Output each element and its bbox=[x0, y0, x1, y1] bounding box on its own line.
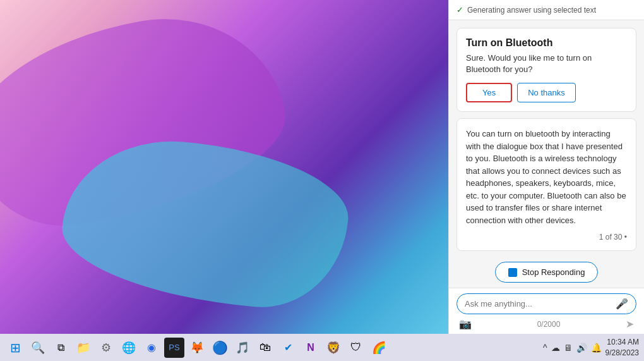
mic-icon[interactable]: 🎤 bbox=[616, 298, 628, 310]
no-thanks-button[interactable]: No thanks bbox=[517, 83, 576, 102]
taskbar-todo[interactable]: ✔ bbox=[278, 338, 298, 358]
taskbar-edge-dev[interactable]: ◉ bbox=[141, 338, 162, 358]
info-card: You can turn on bluetooth by interacting… bbox=[456, 118, 636, 251]
taskbar-right: ^ ☁ 🖥 🔊 🔔 10:34 AM 9/28/2023 bbox=[543, 337, 639, 358]
stop-responding-area: Stop Responding bbox=[449, 257, 644, 288]
taskbar-spotify[interactable]: 🎵 bbox=[232, 338, 253, 358]
tray-cloud[interactable]: ☁ bbox=[551, 343, 560, 353]
yes-button[interactable]: Yes bbox=[466, 83, 512, 102]
char-count: 0/2000 bbox=[537, 320, 561, 329]
taskbar: ⊞ 🔍 ⧉ 📁 ⚙ 🌐 ◉ PS 🦊 🔵 🎵 🛍 ✔ N 🦁 🛡 🌈 ^ ☁ 🖥… bbox=[0, 334, 644, 361]
stop-responding-button[interactable]: Stop Responding bbox=[495, 262, 599, 283]
clock-date: 9/28/2023 bbox=[605, 348, 639, 358]
tray-bell[interactable]: 🔔 bbox=[591, 343, 602, 353]
taskbar-settings[interactable]: ⚙ bbox=[96, 338, 116, 358]
taskbar-task-view[interactable]: ⧉ bbox=[51, 338, 71, 358]
camera-icon[interactable]: 📷 bbox=[459, 318, 472, 330]
bluetooth-buttons: Yes No thanks bbox=[466, 83, 627, 102]
system-tray: ^ ☁ 🖥 🔊 🔔 bbox=[543, 343, 602, 353]
clock[interactable]: 10:34 AM 9/28/2023 bbox=[605, 337, 639, 358]
tray-volume[interactable]: 🔊 bbox=[576, 343, 587, 353]
taskbar-brave[interactable]: 🦁 bbox=[323, 338, 343, 358]
taskbar-edge[interactable]: 🌐 bbox=[119, 338, 139, 358]
taskbar-left: ⊞ 🔍 ⧉ 📁 ⚙ 🌐 ◉ PS 🦊 🔵 🎵 🛍 ✔ N 🦁 🛡 🌈 bbox=[5, 338, 543, 358]
taskbar-onenote[interactable]: N bbox=[301, 338, 321, 358]
info-text: You can turn on bluetooth by interacting… bbox=[466, 128, 627, 226]
bluetooth-question: Sure. Would you like me to turn on Bluet… bbox=[466, 52, 627, 75]
taskbar-store[interactable]: 🛍 bbox=[255, 338, 275, 358]
bluetooth-title: Turn on Bluetooth bbox=[466, 37, 627, 49]
stop-responding-label: Stop Responding bbox=[522, 267, 585, 277]
taskbar-rainbow[interactable]: 🌈 bbox=[369, 338, 389, 358]
check-icon: ✓ bbox=[456, 5, 463, 15]
copilot-content: Turn on Bluetooth Sure. Would you like m… bbox=[449, 20, 644, 257]
taskbar-file-explorer[interactable]: 📁 bbox=[73, 338, 93, 358]
input-footer: 📷 0/2000 ➤ bbox=[456, 318, 636, 330]
ask-input[interactable] bbox=[465, 299, 616, 309]
tray-chevron[interactable]: ^ bbox=[543, 343, 547, 353]
send-icon[interactable]: ➤ bbox=[626, 318, 634, 330]
generating-status: Generating answer using selected text bbox=[467, 6, 596, 15]
clock-time: 10:34 AM bbox=[605, 337, 639, 348]
taskbar-windows-start[interactable]: ⊞ bbox=[5, 338, 25, 358]
taskbar-mcafee[interactable]: 🛡 bbox=[346, 338, 366, 358]
input-row: 🎤 bbox=[456, 293, 636, 314]
input-area: 🎤 📷 0/2000 ➤ bbox=[449, 288, 644, 334]
copilot-header: ✓ Generating answer using selected text bbox=[449, 0, 644, 20]
tray-network[interactable]: 🖥 bbox=[564, 343, 573, 353]
taskbar-search[interactable]: 🔍 bbox=[28, 338, 48, 358]
desktop-background bbox=[0, 0, 448, 334]
info-page-indicator: 1 of 30 • bbox=[466, 233, 627, 242]
taskbar-firefox[interactable]: 🦊 bbox=[187, 338, 207, 358]
bluetooth-card: Turn on Bluetooth Sure. Would you like m… bbox=[456, 28, 636, 112]
stop-icon bbox=[508, 268, 517, 277]
taskbar-terminal[interactable]: PS bbox=[164, 338, 184, 358]
copilot-panel: ✓ Generating answer using selected text … bbox=[448, 0, 644, 334]
taskbar-chrome[interactable]: 🔵 bbox=[210, 338, 230, 358]
